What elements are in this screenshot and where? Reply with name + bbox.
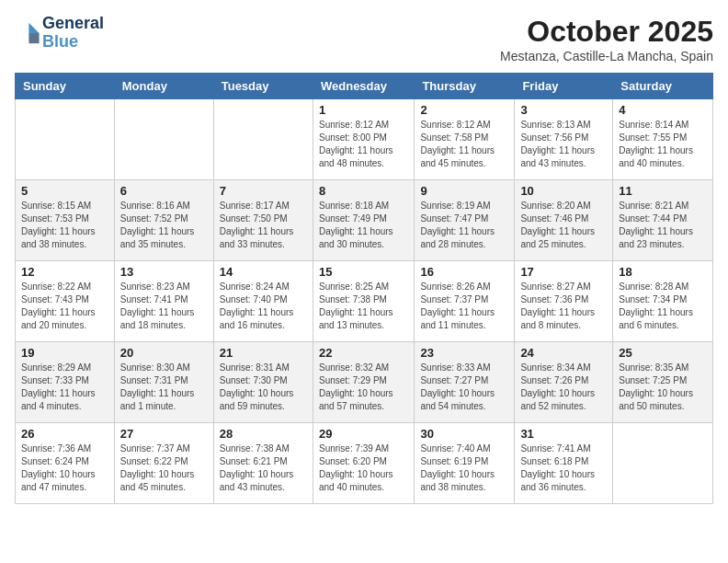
week-row-4: 19Sunrise: 8:29 AM Sunset: 7:33 PM Dayli… (16, 342, 713, 423)
weekday-header-saturday: Saturday (613, 74, 713, 99)
day-number: 17 (520, 265, 607, 279)
weekday-header-wednesday: Wednesday (313, 74, 414, 99)
day-info: Sunrise: 8:28 AM Sunset: 7:34 PM Dayligh… (619, 281, 707, 332)
day-cell-4: 4Sunrise: 8:14 AM Sunset: 7:55 PM Daylig… (613, 99, 713, 180)
day-number: 19 (21, 346, 108, 360)
day-number: 20 (120, 346, 208, 360)
day-cell-12: 12Sunrise: 8:22 AM Sunset: 7:43 PM Dayli… (16, 261, 115, 342)
day-number: 28 (220, 427, 307, 441)
day-number: 6 (120, 184, 208, 198)
day-info: Sunrise: 8:29 AM Sunset: 7:33 PM Dayligh… (21, 362, 108, 413)
day-info: Sunrise: 8:23 AM Sunset: 7:41 PM Dayligh… (120, 281, 208, 332)
day-cell-18: 18Sunrise: 8:28 AM Sunset: 7:34 PM Dayli… (613, 261, 713, 342)
day-info: Sunrise: 8:30 AM Sunset: 7:31 PM Dayligh… (120, 362, 208, 413)
day-info: Sunrise: 8:20 AM Sunset: 7:46 PM Dayligh… (520, 200, 607, 251)
day-cell-29: 29Sunrise: 7:39 AM Sunset: 6:20 PM Dayli… (313, 423, 414, 504)
day-info: Sunrise: 8:27 AM Sunset: 7:36 PM Dayligh… (520, 281, 607, 332)
day-cell-13: 13Sunrise: 8:23 AM Sunset: 7:41 PM Dayli… (114, 261, 213, 342)
day-cell-21: 21Sunrise: 8:31 AM Sunset: 7:30 PM Dayli… (213, 342, 313, 423)
day-number: 31 (520, 427, 607, 441)
month-title: October 2025 (500, 15, 713, 49)
day-cell-1: 1Sunrise: 8:12 AM Sunset: 8:00 PM Daylig… (313, 99, 414, 180)
day-info: Sunrise: 7:36 AM Sunset: 6:24 PM Dayligh… (21, 442, 108, 494)
day-info: Sunrise: 8:32 AM Sunset: 7:29 PM Dayligh… (319, 362, 408, 413)
day-cell-31: 31Sunrise: 7:41 AM Sunset: 6:18 PM Dayli… (515, 423, 613, 504)
empty-cell (16, 99, 115, 180)
day-info: Sunrise: 8:12 AM Sunset: 7:58 PM Dayligh… (420, 119, 508, 170)
day-cell-20: 20Sunrise: 8:30 AM Sunset: 7:31 PM Dayli… (114, 342, 213, 423)
svg-marker-0 (28, 23, 39, 33)
day-cell-2: 2Sunrise: 8:12 AM Sunset: 7:58 PM Daylig… (415, 99, 515, 180)
day-cell-26: 26Sunrise: 7:36 AM Sunset: 6:24 PM Dayli… (16, 423, 115, 504)
day-number: 9 (420, 184, 508, 198)
day-number: 15 (319, 265, 408, 279)
day-info: Sunrise: 7:38 AM Sunset: 6:21 PM Dayligh… (220, 442, 307, 494)
day-info: Sunrise: 8:21 AM Sunset: 7:44 PM Dayligh… (619, 200, 707, 251)
day-cell-25: 25Sunrise: 8:35 AM Sunset: 7:25 PM Dayli… (613, 342, 713, 423)
day-cell-11: 11Sunrise: 8:21 AM Sunset: 7:44 PM Dayli… (613, 180, 713, 261)
day-number: 10 (520, 184, 607, 198)
day-cell-15: 15Sunrise: 8:25 AM Sunset: 7:38 PM Dayli… (313, 261, 414, 342)
day-info: Sunrise: 8:26 AM Sunset: 7:37 PM Dayligh… (420, 281, 508, 332)
day-info: Sunrise: 8:18 AM Sunset: 7:49 PM Dayligh… (319, 200, 408, 251)
day-info: Sunrise: 8:34 AM Sunset: 7:26 PM Dayligh… (520, 362, 607, 413)
week-row-2: 5Sunrise: 8:15 AM Sunset: 7:53 PM Daylig… (16, 180, 713, 261)
day-info: Sunrise: 8:14 AM Sunset: 7:55 PM Dayligh… (619, 119, 707, 170)
day-cell-9: 9Sunrise: 8:19 AM Sunset: 7:47 PM Daylig… (415, 180, 515, 261)
day-cell-17: 17Sunrise: 8:27 AM Sunset: 7:36 PM Dayli… (515, 261, 613, 342)
day-info: Sunrise: 7:37 AM Sunset: 6:22 PM Dayligh… (120, 442, 208, 494)
day-info: Sunrise: 8:16 AM Sunset: 7:52 PM Dayligh… (120, 200, 208, 251)
day-cell-16: 16Sunrise: 8:26 AM Sunset: 7:37 PM Dayli… (415, 261, 515, 342)
logo: GeneralBlue (15, 15, 104, 52)
title-block: October 2025 Mestanza, Castille-La Manch… (500, 15, 713, 63)
day-cell-8: 8Sunrise: 8:18 AM Sunset: 7:49 PM Daylig… (313, 180, 414, 261)
day-number: 13 (120, 265, 208, 279)
day-cell-14: 14Sunrise: 8:24 AM Sunset: 7:40 PM Dayli… (213, 261, 313, 342)
day-number: 12 (21, 265, 108, 279)
day-cell-5: 5Sunrise: 8:15 AM Sunset: 7:53 PM Daylig… (16, 180, 115, 261)
day-info: Sunrise: 8:35 AM Sunset: 7:25 PM Dayligh… (619, 362, 707, 413)
day-cell-23: 23Sunrise: 8:33 AM Sunset: 7:27 PM Dayli… (415, 342, 515, 423)
day-info: Sunrise: 8:25 AM Sunset: 7:38 PM Dayligh… (319, 281, 408, 332)
weekday-header-tuesday: Tuesday (213, 74, 313, 99)
day-number: 21 (220, 346, 307, 360)
day-info: Sunrise: 8:13 AM Sunset: 7:56 PM Dayligh… (520, 119, 607, 170)
day-info: Sunrise: 8:31 AM Sunset: 7:30 PM Dayligh… (220, 362, 307, 413)
day-info: Sunrise: 8:24 AM Sunset: 7:40 PM Dayligh… (220, 281, 307, 332)
svg-marker-1 (28, 33, 39, 43)
day-cell-7: 7Sunrise: 8:17 AM Sunset: 7:50 PM Daylig… (213, 180, 313, 261)
day-info: Sunrise: 8:15 AM Sunset: 7:53 PM Dayligh… (21, 200, 108, 251)
day-cell-6: 6Sunrise: 8:16 AM Sunset: 7:52 PM Daylig… (114, 180, 213, 261)
week-row-5: 26Sunrise: 7:36 AM Sunset: 6:24 PM Dayli… (16, 423, 713, 504)
weekday-header-monday: Monday (114, 74, 213, 99)
day-number: 29 (319, 427, 408, 441)
day-cell-10: 10Sunrise: 8:20 AM Sunset: 7:46 PM Dayli… (515, 180, 613, 261)
empty-cell (613, 423, 713, 504)
day-number: 22 (319, 346, 408, 360)
day-number: 27 (120, 427, 208, 441)
weekday-header-thursday: Thursday (415, 74, 515, 99)
day-info: Sunrise: 7:39 AM Sunset: 6:20 PM Dayligh… (319, 442, 408, 494)
logo-icon (15, 20, 40, 46)
day-number: 30 (420, 427, 508, 441)
day-cell-22: 22Sunrise: 8:32 AM Sunset: 7:29 PM Dayli… (313, 342, 414, 423)
day-number: 26 (21, 427, 108, 441)
day-cell-28: 28Sunrise: 7:38 AM Sunset: 6:21 PM Dayli… (213, 423, 313, 504)
day-number: 18 (619, 265, 707, 279)
day-info: Sunrise: 7:40 AM Sunset: 6:19 PM Dayligh… (420, 442, 508, 494)
weekday-header-row: SundayMondayTuesdayWednesdayThursdayFrid… (16, 74, 713, 99)
day-number: 4 (619, 103, 707, 117)
empty-cell (114, 99, 213, 180)
day-number: 7 (220, 184, 307, 198)
day-info: Sunrise: 8:17 AM Sunset: 7:50 PM Dayligh… (220, 200, 307, 251)
day-number: 14 (220, 265, 307, 279)
day-number: 3 (520, 103, 607, 117)
day-info: Sunrise: 8:12 AM Sunset: 8:00 PM Dayligh… (319, 119, 408, 170)
calendar: SundayMondayTuesdayWednesdayThursdayFrid… (15, 73, 713, 504)
day-cell-3: 3Sunrise: 8:13 AM Sunset: 7:56 PM Daylig… (515, 99, 613, 180)
week-row-3: 12Sunrise: 8:22 AM Sunset: 7:43 PM Dayli… (16, 261, 713, 342)
week-row-1: 1Sunrise: 8:12 AM Sunset: 8:00 PM Daylig… (16, 99, 713, 180)
day-cell-27: 27Sunrise: 7:37 AM Sunset: 6:22 PM Dayli… (114, 423, 213, 504)
weekday-header-sunday: Sunday (16, 74, 115, 99)
day-number: 24 (520, 346, 607, 360)
